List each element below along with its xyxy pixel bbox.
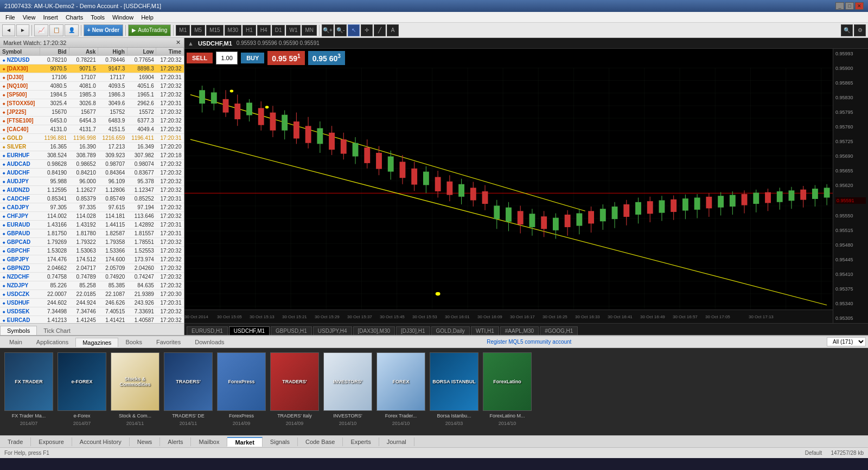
nav-mailbox[interactable]: Mailbox [191,437,227,446]
period-h4[interactable]: H4 [257,25,271,36]
period-m15[interactable]: M15 [206,25,223,36]
tab-favorites[interactable]: Favorites [149,337,188,346]
tab-symbols[interactable]: Symbols [0,326,37,335]
close-icon[interactable]: ✕ [176,39,181,46]
back-button[interactable]: ◄ [2,24,15,36]
period-m5[interactable]: M5 [191,25,205,36]
chart-canvas-area[interactable]: SELL BUY 0.95 591 0.95 603 [184,49,868,323]
period-m1[interactable]: M1 [176,25,190,36]
table-row[interactable]: ⬥ NZDJPY 85.226 85.258 85.385 84.635 17:… [0,281,184,290]
table-row[interactable]: ⬥ [DAX30] 9070.5 9071.5 9147.3 8898.3 17… [0,65,184,73]
menu-view[interactable]: View [20,14,39,21]
tab-goog-h1[interactable]: #GOOG,H1 [540,326,578,335]
magazine-item[interactable]: TRADERS' TRADERS' DE2014/11 [164,352,213,426]
nav-code-base[interactable]: Code Base [298,437,343,446]
lot-size-input[interactable] [216,51,238,65]
tab-tick-chart[interactable]: Tick Chart [37,326,77,335]
magazine-item[interactable]: INVESTORS' INVESTORS'2014/10 [323,352,372,426]
settings-button[interactable]: ⚙ [854,24,866,36]
forward-button[interactable]: ► [16,24,29,36]
templates-button[interactable]: 📋 [49,24,63,36]
buy-button[interactable]: BUY [241,53,264,63]
tab-main[interactable]: Main [2,337,29,346]
table-row[interactable]: ⬥ GBPNZD 2.04662 2.04717 2.05709 2.04260… [0,264,184,273]
sell-button[interactable]: SELL [187,53,213,63]
crosshair-button[interactable]: ✛ [361,24,373,36]
tab-usdchf-m1[interactable]: USDCHF,M1 [229,326,270,335]
table-row[interactable]: ⬥ NZDCHF 0.74758 0.74789 0.74920 0.74247… [0,273,184,281]
period-mn[interactable]: MN [302,25,317,36]
table-row[interactable]: ⬥ [SP500] 1984.5 1985.3 1986.3 1965.1 17… [0,91,184,99]
magazine-item[interactable]: ForexPress ForexPress2014/09 [217,352,266,426]
table-row[interactable]: ⬥ USDCZK 22.0007 22.0185 22.1087 21.9389… [0,290,184,299]
nav-journal[interactable]: Journal [379,437,414,446]
table-row[interactable]: ⬥ [DJ30] 17106 17107 17117 16904 17:20:3… [0,73,184,82]
table-row[interactable]: ⬥ EURHUF 308.524 308.789 309.923 307.982… [0,151,184,160]
magazine-item[interactable]: TRADERS' TRADERS' Italy2014/09 [270,352,319,426]
nav-signals[interactable]: Signals [263,437,298,446]
zoom-in-button[interactable]: 🔍+ [322,24,334,36]
minimize-button[interactable]: _ [835,2,844,10]
nav-exposure[interactable]: Exposure [31,437,72,446]
tab-wti-h1[interactable]: WTI,H1 [471,326,499,335]
magazine-item[interactable]: FX TRADER FX Trader Ma...2014/07 [4,352,53,426]
nav-alerts[interactable]: Alerts [160,437,191,446]
tab-dj30-h1[interactable]: [DJ30],H1 [396,326,430,335]
magazine-item[interactable]: FOREX Forex Trader...2014/10 [376,352,425,426]
menu-tools[interactable]: Tools [87,14,108,21]
menu-insert[interactable]: Insert [40,14,61,21]
period-h1[interactable]: H1 [242,25,256,36]
tab-books[interactable]: Books [118,337,149,346]
register-link[interactable]: Register MQL5 community account [487,339,571,345]
nav-account-history[interactable]: Account History [72,437,130,446]
table-row[interactable]: ⬥ GBPCHF 1.53028 1.53063 1.53366 1.52553… [0,247,184,255]
tab-eurusd-h1[interactable]: EURUSD,H1 [187,326,228,335]
table-row[interactable]: ⬥ [FTSE100] 6453.0 6454.3 6483.9 6377.3 … [0,117,184,125]
table-row[interactable]: ⬥ [STOXX50] 3025.4 3026.8 3049.6 2962.6 … [0,99,184,108]
magazine-item[interactable]: BORSA ISTANBUL Borsa Istanbu...2014/03 [430,352,478,426]
search-button[interactable]: 🔍 [841,24,853,36]
maximize-button[interactable]: □ [845,2,854,10]
table-row[interactable]: ⬥ AUDNZD 1.12595 1.12627 1.12806 1.12347… [0,186,184,195]
table-row[interactable]: ⬥ GOLD 1196.881 1196.998 1216.659 1196.4… [0,134,184,143]
nav-experts[interactable]: Experts [343,437,379,446]
close-button[interactable]: ✕ [855,2,864,10]
tab-gold-daily[interactable]: GOLD,Daily [431,326,470,335]
cursor-button[interactable]: ↖ [348,24,360,36]
table-row[interactable]: ⬥ CHFJPY 114.002 114.028 114.181 113.646… [0,212,184,221]
table-row[interactable]: ⬥ SILVER 16.365 16.390 17.213 16.349 17:… [0,143,184,151]
table-row[interactable]: ⬥ GBPJPY 174.476 174.512 174.600 173.974… [0,255,184,264]
tab-gbpusd-h1[interactable]: GBPUSD,H1 [271,326,312,335]
menu-window[interactable]: Window [109,14,137,21]
tab-magazines[interactable]: Magazines [75,338,118,347]
table-row[interactable]: ⬥ GBPCAD 1.79269 1.79322 1.79358 1.78551… [0,238,184,247]
table-row[interactable]: ⬥ CADJPY 97.305 97.335 97.615 97.194 17:… [0,203,184,212]
nav-market[interactable]: Market [227,437,262,447]
table-row[interactable]: ⬥ AUDJPY 95.988 96.000 96.109 95.378 17:… [0,177,184,186]
table-row[interactable]: ⬥ EURAUD 1.43166 1.43192 1.44115 1.42892… [0,221,184,229]
line-button[interactable]: ╱ [374,24,386,36]
nav-news[interactable]: News [130,437,161,446]
autotrading-button[interactable]: ▶ AutoTrading [128,24,171,36]
table-row[interactable]: ⬥ NZDUSD 0.78210 0.78221 0.78446 0.77654… [0,56,184,65]
tab-dax30-m30[interactable]: [DAX30],M30 [353,326,395,335]
nav-trade[interactable]: Trade [0,437,31,446]
magazine-item[interactable]: e-FOREX e-Forex2014/07 [58,352,106,426]
tab-applications[interactable]: Applications [29,337,75,346]
new-order-button[interactable]: + New Order [84,24,123,36]
magazine-item[interactable]: Stocks & Commodities Stock & Com...2014/… [111,352,159,426]
menu-help[interactable]: Help [138,14,157,21]
table-row[interactable]: ⬥ AUDCAD 0.98628 0.98652 0.98707 0.98074… [0,160,184,169]
table-row[interactable]: ⬥ AUDCHF 0.84190 0.84210 0.84364 0.83677… [0,169,184,177]
period-d1[interactable]: D1 [272,25,285,36]
tab-aapl-m30[interactable]: #AAPL,M30 [500,326,539,335]
zoom-out-button[interactable]: 🔍- [335,24,347,36]
table-row[interactable]: ⬥ USDHUF 244.602 244.924 246.626 243.926… [0,299,184,307]
table-row[interactable]: ⬥ [NQ100] 4080.5 4081.0 4093.5 4051.6 17… [0,82,184,91]
menu-charts[interactable]: Charts [62,14,86,21]
table-row[interactable]: ⬥ [JP225] 15670 15677 15752 15572 17:20:… [0,108,184,117]
tab-downloads[interactable]: Downloads [188,337,231,346]
tab-usdjpy-h4[interactable]: USDJPY,H4 [313,326,352,335]
table-row[interactable]: ⬥ GBPAUD 1.81750 1.81780 1.82587 1.81557… [0,229,184,238]
table-row[interactable]: ⬥ EURCAD 1.41213 1.41245 1.41421 1.40587… [0,316,184,324]
